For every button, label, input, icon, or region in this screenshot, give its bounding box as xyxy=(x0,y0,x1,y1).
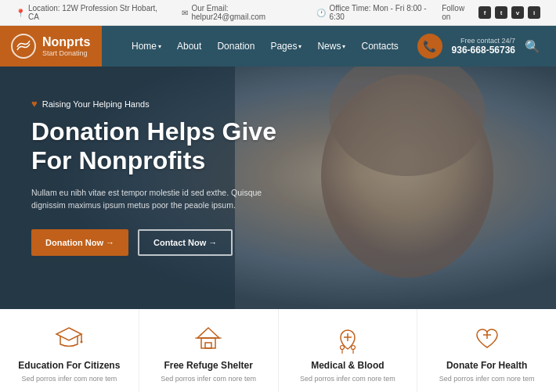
chevron-down-icon: ▾ xyxy=(158,43,161,50)
contact-info: Free contact 24/7 936-668-56736 xyxy=(452,37,515,56)
card-shelter-desc: Sed porros infer com nore tem xyxy=(161,374,256,384)
svg-rect-4 xyxy=(235,67,556,309)
nav-donation[interactable]: Donation xyxy=(211,38,261,55)
hours-text: Office Time: Mon - Fri 8:00 - 6:30 xyxy=(329,4,442,21)
contact-number: 936-668-56736 xyxy=(452,45,515,56)
nav-news[interactable]: News ▾ xyxy=(311,38,352,55)
location-icon: 📍 xyxy=(16,9,25,17)
card-health-title: Donate For Health xyxy=(446,360,527,371)
card-education-title: Education For Citizens xyxy=(18,360,120,371)
hero-content: ♥ Raising Your Helping Hands Donation He… xyxy=(31,98,276,256)
twitter-icon[interactable]: t xyxy=(495,6,507,19)
instagram-icon[interactable]: i xyxy=(528,6,540,19)
svg-point-10 xyxy=(340,345,344,349)
phone-button[interactable]: 📞 xyxy=(417,34,442,59)
shelter-icon xyxy=(193,323,224,354)
facebook-icon[interactable]: f xyxy=(478,6,491,19)
header: Nonprts Start Donating Home ▾ About Dona… xyxy=(0,26,556,67)
email-text: Our Email: helpur24@gmail.com xyxy=(191,4,302,21)
hero-title: Donation Helps Give For Nonprofits xyxy=(31,117,276,175)
card-education: Education For Citizens Sed porros infer … xyxy=(0,309,139,392)
card-medical-title: Medical & Blood xyxy=(311,360,384,371)
card-education-desc: Sed porros infer com nore tem xyxy=(22,374,117,384)
logo[interactable]: Nonprts Start Donating xyxy=(0,26,102,67)
card-medical: Medical & Blood Sed porros infer com nor… xyxy=(279,309,418,392)
cards-section: Education For Citizens Sed porros infer … xyxy=(0,309,556,392)
logo-icon xyxy=(11,34,36,59)
contact-now-button[interactable]: Contact Now → xyxy=(138,229,233,256)
top-bar: 📍 Location: 12W Profession Str Hobart, C… xyxy=(0,0,556,26)
donation-now-button[interactable]: Donation Now → xyxy=(31,229,128,256)
chevron-down-icon: ▾ xyxy=(342,43,345,50)
vimeo-icon[interactable]: v xyxy=(511,6,524,19)
nav-about[interactable]: About xyxy=(171,38,208,55)
svg-rect-8 xyxy=(205,343,211,348)
navigation: Home ▾ About Donation Pages ▾ News ▾ Con… xyxy=(125,38,417,55)
health-icon xyxy=(471,323,503,354)
social-icons: f t v i xyxy=(478,6,540,19)
nav-contacts[interactable]: Contacts xyxy=(355,38,404,55)
education-icon xyxy=(53,323,85,354)
logo-title: Nonprts xyxy=(42,35,90,49)
card-health: Donate For Health Sed porros infer com n… xyxy=(417,309,556,392)
svg-point-11 xyxy=(351,345,355,349)
chevron-down-icon: ▾ xyxy=(298,43,301,50)
hero-buttons: Donation Now → Contact Now → xyxy=(31,229,276,256)
card-health-desc: Sed porros infer com nore tem xyxy=(439,374,535,384)
nav-home[interactable]: Home ▾ xyxy=(125,38,168,55)
email-info: ✉ Our Email: helpur24@gmail.com xyxy=(182,4,302,21)
clock-icon: 🕐 xyxy=(316,9,326,17)
nav-pages[interactable]: Pages ▾ xyxy=(264,38,308,55)
logo-text: Nonprts Start Donating xyxy=(42,35,90,57)
social-area: Follow on f t v i xyxy=(442,4,540,21)
contact-label: Free contact 24/7 xyxy=(452,37,515,45)
heart-icon: ♥ xyxy=(31,98,38,110)
hero-description: Nullam eu nibh vitae est tempor molestie… xyxy=(31,186,266,213)
svg-point-6 xyxy=(81,340,83,343)
location-text: Location: 12W Profession Str Hobart, CA xyxy=(28,4,168,21)
hero-tag-text: Raising Your Helping Hands xyxy=(42,99,150,109)
follow-label: Follow on xyxy=(442,4,474,21)
card-shelter: Free Refuge Shelter Sed porros infer com… xyxy=(139,309,279,392)
card-medical-desc: Sed porros infer com nore tem xyxy=(300,374,395,384)
hero-tag: ♥ Raising Your Helping Hands xyxy=(31,98,276,110)
hero-section: ♥ Raising Your Helping Hands Donation He… xyxy=(0,67,556,309)
header-right: 📞 Free contact 24/7 936-668-56736 🔍 xyxy=(417,34,540,59)
card-shelter-title: Free Refuge Shelter xyxy=(164,360,252,371)
hours-info: 🕐 Office Time: Mon - Fri 8:00 - 6:30 xyxy=(316,4,442,21)
logo-subtitle: Start Donating xyxy=(42,49,90,57)
email-icon: ✉ xyxy=(182,9,188,17)
medical-icon xyxy=(332,323,363,354)
top-bar-info: 📍 Location: 12W Profession Str Hobart, C… xyxy=(16,4,442,21)
location-info: 📍 Location: 12W Profession Str Hobart, C… xyxy=(16,4,168,21)
search-button[interactable]: 🔍 xyxy=(525,39,540,54)
